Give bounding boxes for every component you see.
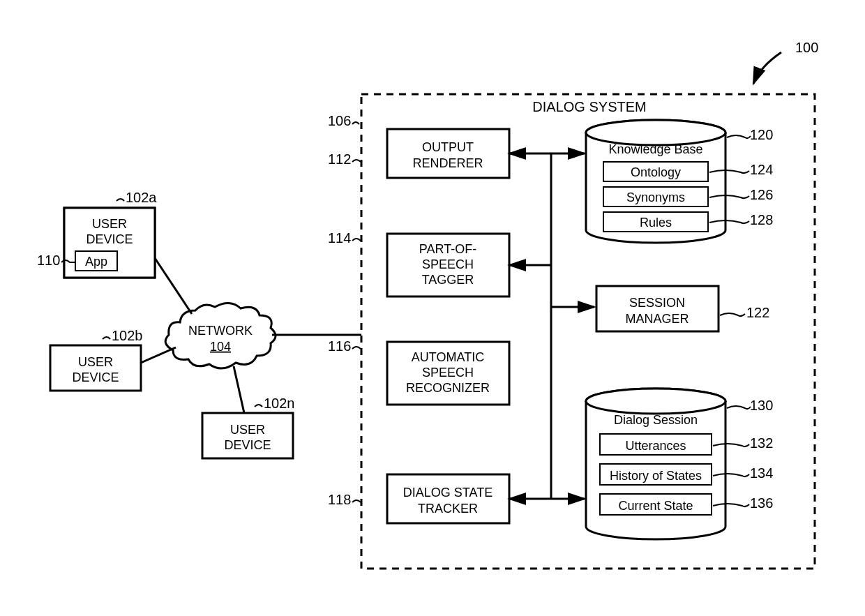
kb-ontology: Ontology — [631, 165, 681, 179]
ref-136: 136 — [750, 495, 773, 511]
ref-132: 132 — [750, 435, 773, 451]
squiggle-106 — [352, 122, 359, 124]
output-renderer-l2: RENDERER — [412, 156, 483, 170]
ds-title: Dialog Session — [614, 413, 698, 427]
user-device-1-line1: USER — [92, 217, 127, 231]
ref-106: 106 — [328, 113, 351, 128]
ref-118: 118 — [328, 492, 351, 507]
ref-122: 122 — [746, 305, 769, 320]
line-ud2-network — [141, 347, 176, 363]
ref-110: 110 — [37, 253, 60, 268]
ds-current: Current State — [618, 499, 693, 513]
asr-l1: AUTOMATIC — [412, 350, 484, 364]
user-device-2-line2: DEVICE — [72, 370, 119, 384]
ref-130: 130 — [750, 398, 773, 413]
sm-l1: SESSION — [629, 296, 685, 310]
line-ud3-network — [234, 366, 244, 413]
ref-120: 120 — [750, 127, 773, 142]
network-ref: 104 — [210, 340, 231, 354]
ref-102b: 102b — [112, 328, 143, 343]
kb-rules: Rules — [640, 216, 672, 230]
dst-l2: TRACKER — [418, 502, 478, 516]
line-ud1-network — [155, 258, 192, 314]
kb-title: Knowledge Base — [608, 142, 702, 156]
ref-112: 112 — [328, 151, 351, 167]
system-ref-arrow — [753, 52, 781, 84]
ref-126: 126 — [750, 187, 773, 202]
user-device-2-line1: USER — [78, 355, 113, 369]
ref-102a: 102a — [126, 190, 157, 205]
pos-l3: TAGGER — [422, 273, 474, 287]
dialog-system-title: DIALOG SYSTEM — [532, 99, 646, 114]
dst-l1: DIALOG STATE — [403, 486, 492, 499]
ds-history: History of States — [610, 469, 702, 483]
pos-l2: SPEECH — [422, 257, 474, 271]
ref-128: 128 — [750, 212, 773, 227]
ref-114: 114 — [328, 230, 351, 246]
sm-l2: MANAGER — [625, 312, 689, 326]
network-label: NETWORK — [188, 324, 253, 338]
asr-l3: RECOGNIZER — [406, 381, 490, 395]
svg-point-6 — [586, 389, 725, 414]
diagram-canvas: 100 DIALOG SYSTEM 106 USER DEVICE DEVICE… — [0, 0, 865, 616]
svg-point-4 — [586, 120, 725, 145]
user-device-1-line2: DEVICE — [86, 232, 133, 246]
user-device-3-line1: USER — [230, 423, 265, 437]
system-ref-label: 100 — [795, 40, 818, 55]
kb-synonyms: Synonyms — [626, 190, 685, 204]
ref-124: 124 — [750, 162, 773, 177]
app-label: App — [85, 255, 107, 269]
user-device-3-line2: DEVICE — [224, 438, 271, 452]
pos-l1: PART-OF- — [419, 242, 476, 256]
ref-134: 134 — [750, 465, 773, 481]
ref-102n: 102n — [264, 396, 295, 411]
ds-utterances: Utterances — [625, 439, 686, 453]
ref-116: 116 — [328, 338, 351, 354]
output-renderer-l1: OUTPUT — [422, 140, 474, 154]
asr-l2: SPEECH — [422, 366, 474, 380]
